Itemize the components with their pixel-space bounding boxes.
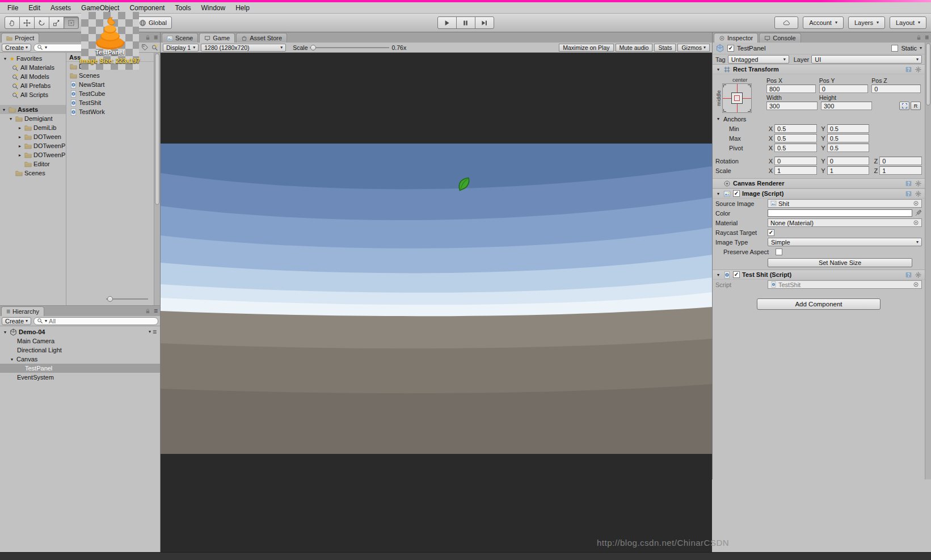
project-zoom-slider[interactable] bbox=[106, 296, 148, 302]
foldout-icon[interactable]: ▸ bbox=[17, 134, 23, 140]
cloud-services-button[interactable] bbox=[774, 16, 798, 29]
slider-knob[interactable] bbox=[107, 296, 113, 302]
blueprint-mode-button[interactable] bbox=[899, 102, 909, 110]
panel-menu-icon[interactable]: ≡ bbox=[925, 34, 929, 41]
foldout-icon[interactable]: ▸ bbox=[17, 144, 23, 149]
tree-folder-editor[interactable]: Editor bbox=[0, 159, 66, 169]
gear-icon[interactable] bbox=[915, 180, 922, 187]
scale-x-field[interactable]: 1 bbox=[774, 166, 817, 175]
eyedropper-icon[interactable] bbox=[915, 209, 922, 217]
anchor-min-x-field[interactable]: 0.5 bbox=[774, 124, 817, 133]
maximize-on-play-button[interactable]: Maximize on Play bbox=[559, 44, 613, 52]
script-field[interactable]: TestShit bbox=[768, 280, 922, 289]
anchor-min-y-field[interactable]: 0.5 bbox=[827, 124, 870, 133]
image-enabled-checkbox[interactable]: ✓ bbox=[733, 190, 740, 197]
rotation-y-field[interactable]: 0 bbox=[827, 157, 870, 165]
pivot-x-field[interactable]: 0.5 bbox=[774, 144, 817, 152]
mute-audio-button[interactable]: Mute audio bbox=[616, 44, 653, 52]
hierarchy-create-button[interactable]: Create▾ bbox=[2, 317, 31, 325]
static-flags-dropdown-icon[interactable]: ▾ bbox=[920, 46, 922, 50]
layers-dropdown[interactable]: Layers▾ bbox=[848, 16, 885, 29]
foldout-icon[interactable]: ▾ bbox=[9, 357, 15, 362]
hierarchy-item-testpanel[interactable]: TestPanel bbox=[0, 364, 160, 373]
foldout-icon[interactable]: ▾ bbox=[1, 107, 7, 112]
height-field[interactable]: 300 bbox=[821, 102, 872, 110]
canvas-renderer-header[interactable]: Canvas Renderer bbox=[713, 178, 925, 188]
object-picker-icon[interactable] bbox=[913, 281, 919, 288]
material-field[interactable]: None (Material) bbox=[768, 218, 922, 227]
scrollbar-thumb[interactable] bbox=[926, 43, 930, 106]
gear-icon[interactable] bbox=[915, 271, 922, 279]
active-checkbox[interactable]: ✓ bbox=[727, 45, 734, 52]
tree-folder-dotweenp-2[interactable]: ▸DOTweenP bbox=[0, 150, 66, 159]
file-testwork[interactable]: TestWork bbox=[66, 107, 154, 116]
hierarchy-item-eventsystem[interactable]: EventSystem bbox=[0, 373, 160, 382]
panel-menu-icon[interactable]: ≡ bbox=[154, 308, 158, 314]
tab-asset-store[interactable]: Asset Store bbox=[236, 33, 287, 43]
foldout-icon[interactable]: ▸ bbox=[17, 125, 23, 130]
stats-button[interactable]: Stats bbox=[654, 44, 676, 52]
scene-menu-icon[interactable]: ≡ bbox=[153, 329, 157, 335]
preserve-aspect-checkbox[interactable] bbox=[776, 249, 782, 255]
file-newstart[interactable]: NewStart bbox=[66, 80, 154, 89]
lock-icon[interactable] bbox=[145, 308, 151, 314]
project-scrollbar[interactable] bbox=[154, 53, 160, 305]
width-field[interactable]: 300 bbox=[766, 102, 818, 110]
file-testcube[interactable]: TestCube bbox=[66, 89, 154, 98]
test-shit-component-header[interactable]: ▾ ✓ Test Shit (Script) bbox=[713, 270, 925, 280]
hierarchy-search-input[interactable]: ▾All bbox=[33, 317, 158, 325]
rect-transform-header[interactable]: ▾ Rect Transform bbox=[713, 64, 925, 74]
anchor-max-y-field[interactable]: 0.5 bbox=[827, 134, 870, 142]
color-swatch[interactable] bbox=[768, 209, 912, 217]
image-component-header[interactable]: ▾ ✓ Image (Script) bbox=[713, 188, 925, 199]
file-testshit[interactable]: TestShit bbox=[66, 98, 154, 107]
inspector-scrollbar[interactable] bbox=[925, 43, 931, 479]
account-dropdown[interactable]: Account▾ bbox=[803, 16, 844, 29]
tag-dropdown[interactable]: Untagged▾ bbox=[728, 55, 789, 64]
gear-icon[interactable] bbox=[915, 190, 922, 197]
pos-y-field[interactable]: 0 bbox=[819, 85, 869, 93]
static-checkbox[interactable] bbox=[891, 45, 898, 52]
rotation-x-field[interactable]: 0 bbox=[774, 157, 817, 165]
help-icon[interactable] bbox=[905, 66, 912, 73]
pause-button[interactable] bbox=[456, 16, 475, 29]
menu-help[interactable]: Help bbox=[230, 2, 255, 13]
foldout-icon[interactable]: ▾ bbox=[715, 191, 721, 196]
help-icon[interactable] bbox=[905, 180, 912, 187]
help-icon[interactable] bbox=[905, 190, 912, 197]
pos-x-field[interactable]: 800 bbox=[766, 85, 816, 93]
foldout-icon[interactable]: ▾ bbox=[715, 67, 721, 72]
rotation-z-field[interactable]: 0 bbox=[879, 157, 922, 165]
layout-dropdown[interactable]: Layout▾ bbox=[890, 16, 926, 29]
add-component-button[interactable]: Add Component bbox=[757, 298, 881, 310]
step-button[interactable] bbox=[475, 16, 494, 29]
favorite-all-models[interactable]: All Models bbox=[0, 72, 66, 81]
foldout-icon[interactable]: ▾ bbox=[715, 272, 721, 277]
tree-folder-demigiant[interactable]: ▾Demigiant bbox=[0, 114, 66, 123]
gizmos-dropdown[interactable]: Gizmos▾ bbox=[677, 44, 710, 52]
tree-folder-scenes[interactable]: Scenes bbox=[0, 169, 66, 178]
foldout-icon[interactable]: ▾ bbox=[8, 116, 14, 121]
scrollbar-thumb[interactable] bbox=[155, 53, 159, 205]
tree-folder-dotween[interactable]: ▸DOTween bbox=[0, 132, 66, 141]
favorite-all-prefabs[interactable]: All Prefabs bbox=[0, 81, 66, 90]
source-image-field[interactable]: Shit bbox=[768, 199, 922, 208]
raycast-target-checkbox[interactable]: ✓ bbox=[768, 229, 774, 236]
scene-row-demo-04[interactable]: ▾Demo-04▾≡ bbox=[0, 327, 160, 336]
gear-icon[interactable] bbox=[915, 66, 922, 73]
play-button[interactable] bbox=[437, 16, 457, 29]
scale-z-field[interactable]: 1 bbox=[879, 166, 922, 175]
foldout-icon[interactable]: ▾ bbox=[2, 330, 8, 335]
tab-inspector[interactable]: Inspector bbox=[714, 33, 758, 43]
tree-folder-demilib[interactable]: ▸DemiLib bbox=[0, 123, 66, 132]
hierarchy-item-canvas[interactable]: ▾Canvas bbox=[0, 355, 160, 364]
set-native-size-button[interactable]: Set Native Size bbox=[768, 258, 912, 267]
foldout-icon[interactable]: ▾ bbox=[715, 116, 721, 121]
chevron-down-icon[interactable]: ▾ bbox=[149, 330, 151, 334]
object-picker-icon[interactable] bbox=[913, 200, 919, 207]
slider-knob[interactable] bbox=[310, 45, 316, 50]
tab-console[interactable]: Console bbox=[759, 33, 801, 43]
tree-folder-dotweenp-1[interactable]: ▸DOTweenP bbox=[0, 141, 66, 150]
script-enabled-checkbox[interactable]: ✓ bbox=[733, 271, 740, 278]
hierarchy-item-directional-light[interactable]: Directional Light bbox=[0, 346, 160, 355]
